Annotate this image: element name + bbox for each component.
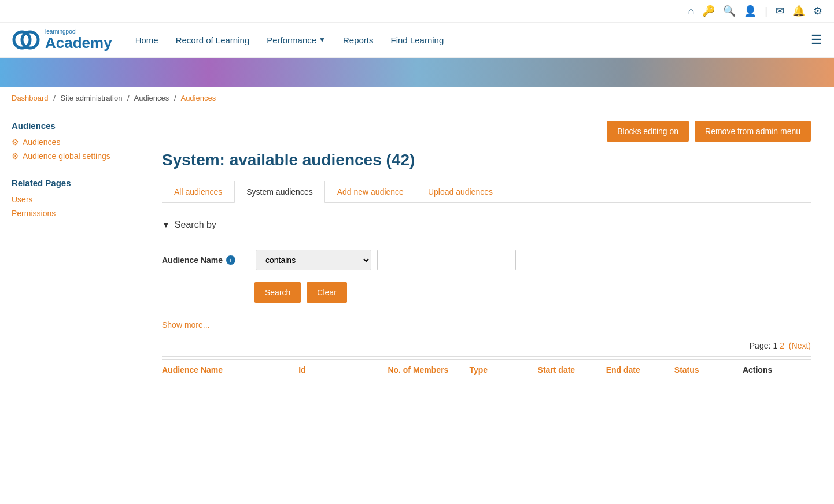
pagination: Page: 1 2 (Next) [162,341,811,350]
page-1: 1 [773,341,777,350]
breadcrumb-current: Audiences [180,94,216,102]
col-header-id[interactable]: Id [298,365,367,375]
page-label: Page: [750,341,771,350]
user-icon[interactable]: 👤 [744,5,756,17]
search-text-input[interactable] [377,250,516,270]
page-title: System: available audiences (42) [162,151,811,169]
sidebar-item-audience-global-settings[interactable]: ⚙ Audience global settings [12,151,150,161]
page-2-link[interactable]: 2 [780,341,784,350]
sidebar-item-permissions[interactable]: Permissions [12,209,150,218]
action-buttons: Blocks editing on Remove from admin menu [162,121,811,142]
main-layout: Audiences ⚙ Audiences ⚙ Audience global … [0,109,834,392]
gear-audiences-icon: ⚙ [12,138,19,147]
breadcrumb-dashboard[interactable]: Dashboard [12,94,49,102]
audience-name-label: Audience Name i [162,255,249,265]
blocks-editing-button[interactable]: Blocks editing on [607,121,689,142]
breadcrumb: Dashboard / Site administration / Audien… [0,87,834,109]
top-bar: ⌂ 🔑 🔍 👤 | ✉ 🔔 ⚙ [0,0,834,23]
nav-find-learning[interactable]: Find Learning [391,35,444,45]
search-buttons: Search Clear [254,282,811,303]
col-header-type[interactable]: Type [469,365,537,375]
tab-all-audiences[interactable]: All audiences [162,181,234,203]
search-icon[interactable]: 🔍 [723,5,736,17]
content-area: Blocks editing on Remove from admin menu… [150,109,822,392]
table-divider [162,356,811,357]
logo-text: learningpool Academy [45,28,112,51]
divider: | [765,5,767,17]
remove-from-admin-button[interactable]: Remove from admin menu [695,121,811,142]
gear-global-icon: ⚙ [12,151,19,161]
logo-big: Academy [45,35,112,51]
sidebar-related-title: Related Pages [12,178,150,188]
mail-icon[interactable]: ✉ [776,5,784,17]
col-header-audience-name[interactable]: Audience Name [162,365,298,375]
hamburger-menu[interactable]: ☰ [811,32,822,47]
field-controls: contains is equal to starts with ends wi… [256,250,516,270]
sidebar-item-audiences[interactable]: ⚙ Audiences [12,138,150,147]
sidebar: Audiences ⚙ Audiences ⚙ Audience global … [12,109,150,392]
tab-upload-audiences[interactable]: Upload audiences [416,181,505,203]
home-icon[interactable]: ⌂ [688,5,694,17]
key-icon[interactable]: 🔑 [702,5,715,17]
logo-svg [12,28,40,51]
settings-icon[interactable]: ⚙ [813,5,822,17]
sidebar-section-title: Audiences [12,121,150,131]
tab-add-new-audience[interactable]: Add new audience [325,181,416,203]
breadcrumb-site-admin: Site administration [60,94,122,102]
col-header-end-date[interactable]: End date [606,365,674,375]
logo: learningpool Academy [12,28,112,51]
nav-bar: learningpool Academy Home Record of Lear… [0,23,834,58]
tab-system-audiences[interactable]: System audiences [234,181,324,203]
col-header-start-date[interactable]: Start date [538,365,606,375]
nav-links: Home Record of Learning Performance ▼ Re… [135,35,811,45]
nav-performance[interactable]: Performance ▼ [267,35,326,45]
info-icon[interactable]: i [226,255,235,265]
tabs: All audiences System audiences Add new a… [162,181,811,203]
nav-reports[interactable]: Reports [343,35,374,45]
contains-select[interactable]: contains is equal to starts with ends wi… [256,250,371,270]
search-form: Audience Name i contains is equal to sta… [162,244,811,320]
bell-icon[interactable]: 🔔 [792,5,805,17]
search-row: Audience Name i contains is equal to sta… [162,250,811,270]
breadcrumb-audiences: Audiences [134,94,169,102]
col-header-status[interactable]: Status [674,365,743,375]
nav-record-of-learning[interactable]: Record of Learning [176,35,250,45]
col-header-actions: Actions [743,365,811,375]
search-by-label: Search by [175,220,216,230]
sidebar-item-users[interactable]: Users [12,195,150,204]
show-more-link[interactable]: Show more... [162,320,209,329]
clear-button[interactable]: Clear [307,282,346,303]
hero-banner [0,58,834,87]
performance-dropdown-arrow: ▼ [319,36,326,44]
search-by-arrow-icon: ▼ [162,220,170,229]
next-page-link[interactable]: (Next) [789,341,811,350]
search-button[interactable]: Search [254,282,301,303]
search-by-header[interactable]: ▼ Search by [162,215,811,235]
col-header-members[interactable]: No. of Members [367,365,469,375]
nav-home[interactable]: Home [135,35,158,45]
table-header-row: Audience Name Id No. of Members Type Sta… [162,359,811,380]
